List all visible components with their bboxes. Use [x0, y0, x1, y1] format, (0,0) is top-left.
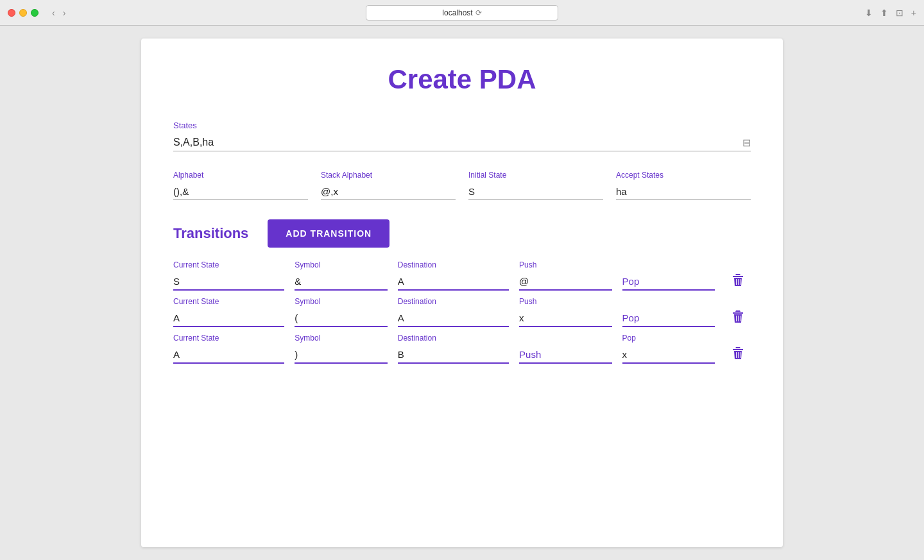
row1-symbol-field: Symbol [295, 260, 387, 291]
row1-destination-label: Destination [398, 260, 509, 269]
row1-push-field: Push [519, 260, 612, 291]
close-button[interactable] [8, 9, 15, 17]
row1-delete-button[interactable] [725, 274, 751, 291]
alphabet-label: Alphabet [173, 171, 308, 180]
row3-push-field [519, 343, 612, 364]
row2-symbol-label: Symbol [295, 297, 387, 306]
stack-alphabet-label: Stack Alphabet [321, 171, 456, 180]
row1-pop-field [622, 269, 715, 291]
table-row: Current State Symbol Destination Push [173, 260, 751, 291]
row2-pop-input[interactable] [622, 310, 715, 327]
table-row: Current State Symbol Destination Push [173, 297, 751, 327]
initial-state-field: Initial State [468, 171, 603, 200]
add-transition-button[interactable]: ADD TRANSITION [268, 219, 389, 248]
transitions-label: Transitions [173, 225, 248, 242]
plus-icon: + [911, 8, 916, 18]
row3-symbol-label: Symbol [295, 334, 387, 343]
row3-destination-input[interactable] [398, 346, 509, 364]
content-card: Create PDA States ⊟ Alphabet Stack Alpha… [141, 38, 783, 547]
row3-symbol-input[interactable] [295, 346, 387, 364]
row3-destination-label: Destination [398, 334, 509, 343]
row1-destination-field: Destination [398, 260, 509, 291]
row2-current-state-input[interactable] [173, 310, 284, 327]
url-text: localhost [442, 8, 472, 17]
states-input[interactable] [173, 134, 751, 151]
back-button[interactable]: ‹ [49, 6, 58, 19]
four-cols: Alphabet Stack Alphabet Initial State Ac… [173, 171, 751, 200]
row2-pop-field [622, 306, 715, 327]
row2-push-input[interactable] [519, 310, 612, 327]
row1-destination-input[interactable] [398, 273, 509, 291]
row1-current-state-label: Current State [173, 260, 284, 269]
row3-current-state-input[interactable] [173, 346, 284, 364]
row2-destination-label: Destination [398, 297, 509, 306]
row1-pop-input[interactable] [622, 273, 715, 291]
alphabet-input[interactable] [173, 183, 308, 200]
row3-pop-label: Pop [622, 334, 715, 343]
row2-destination-field: Destination [398, 297, 509, 327]
paste-icon: ⊟ [742, 137, 751, 149]
trash-icon [732, 274, 744, 287]
maximize-button[interactable] [31, 9, 38, 17]
row3-pop-input[interactable] [622, 346, 715, 364]
accept-states-label: Accept States [616, 171, 751, 180]
traffic-lights [8, 9, 38, 17]
stack-alphabet-input[interactable] [321, 183, 456, 200]
row2-push-label: Push [519, 297, 612, 306]
share-icon: ⬆ [880, 8, 888, 18]
tab-icon: ⊡ [896, 8, 903, 18]
transitions-header: Transitions ADD TRANSITION [173, 219, 751, 248]
initial-state-input[interactable] [468, 183, 603, 200]
row2-symbol-field: Symbol [295, 297, 387, 327]
row3-destination-field: Destination [398, 334, 509, 364]
minimize-button[interactable] [19, 9, 27, 17]
page-title: Create PDA [173, 64, 751, 95]
row1-symbol-input[interactable] [295, 273, 387, 291]
row3-delete-button[interactable] [725, 347, 751, 364]
row1-current-state-input[interactable] [173, 273, 284, 291]
forward-button[interactable]: › [60, 6, 69, 19]
accept-states-field: Accept States [616, 171, 751, 200]
row3-current-state-field: Current State [173, 334, 284, 364]
row2-current-state-field: Current State [173, 297, 284, 327]
states-section: States ⊟ [173, 121, 751, 151]
row2-current-state-label: Current State [173, 297, 284, 306]
download-icon: ⬇ [865, 8, 873, 18]
row1-current-state-field: Current State [173, 260, 284, 291]
alphabet-field: Alphabet [173, 171, 308, 200]
row3-symbol-field: Symbol [295, 334, 387, 364]
row3-pop-field: Pop [622, 334, 715, 364]
nav-buttons: ‹ › [49, 6, 69, 19]
row3-push-input[interactable] [519, 346, 612, 364]
toolbar-icons: ⬇ ⬆ ⊡ + [865, 8, 916, 18]
address-bar[interactable]: localhost ⟳ [366, 5, 558, 21]
row1-push-label: Push [519, 260, 612, 269]
accept-states-input[interactable] [616, 183, 751, 200]
row1-push-input[interactable] [519, 273, 612, 291]
row2-symbol-input[interactable] [295, 310, 387, 327]
row1-symbol-label: Symbol [295, 260, 387, 269]
row2-delete-button[interactable] [725, 310, 751, 327]
states-label: States [173, 121, 751, 130]
row3-current-state-label: Current State [173, 334, 284, 343]
initial-state-label: Initial State [468, 171, 603, 180]
stack-alphabet-field: Stack Alphabet [321, 171, 456, 200]
page-wrapper: Create PDA States ⊟ Alphabet Stack Alpha… [0, 26, 924, 560]
browser-chrome: ‹ › localhost ⟳ ⬇ ⬆ ⊡ + [0, 0, 924, 26]
trash-icon [732, 347, 744, 360]
reload-icon[interactable]: ⟳ [475, 8, 482, 17]
row2-push-field: Push [519, 297, 612, 327]
trash-icon [732, 310, 744, 323]
table-row: Current State Symbol Destination Pop [173, 334, 751, 364]
row2-destination-input[interactable] [398, 310, 509, 327]
